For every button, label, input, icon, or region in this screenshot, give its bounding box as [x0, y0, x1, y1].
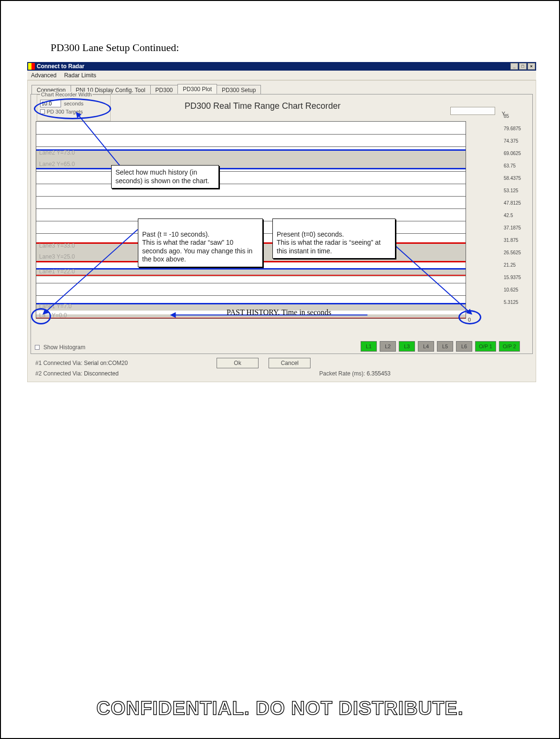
lane-label: Lane1 Y=22.0 [38, 268, 76, 275]
show-histogram[interactable]: Show Histogram [35, 344, 85, 351]
conn1-value: Serial on:COM20 [84, 360, 128, 366]
tab-pd300[interactable]: PD300 [150, 85, 178, 94]
y-tick: 63.75 [504, 163, 516, 168]
conn2-label: #2 Connected Via: [35, 370, 83, 377]
title-bar[interactable]: Connect to Radar _ □ × [27, 62, 536, 71]
y-tick: 85 [504, 114, 509, 119]
conn2-value: Disconnected [84, 370, 119, 377]
callout-present: Present (t=0) seconds. This is what the … [272, 219, 395, 259]
lane2-lower-line [36, 168, 466, 169]
lane-btn-l4[interactable]: L4 [418, 341, 434, 352]
y-tick: 37.1875 [504, 225, 521, 230]
lane-buttons: L1 L2 L3 L4 L5 L6 O/P 1 O/P 2 [361, 341, 520, 352]
app-window: Connect to Radar _ □ × Advanced Radar Li… [27, 62, 536, 378]
y-tick: 21.25 [504, 262, 516, 268]
lane-btn-l3[interactable]: L3 [399, 341, 415, 352]
y-ticks: 85 79.6875 74.375 69.0625 63.75 58.4375 … [504, 114, 529, 308]
y-tick: 26.5625 [504, 250, 521, 255]
packet-rate-label: Packet Rate (ms): [319, 370, 365, 377]
packet-rate-value: 6.355453 [367, 370, 391, 377]
y-tick: 53.125 [504, 188, 519, 193]
status-area: #1 Connected Via: Serial on:COM20 Ok Can… [31, 354, 533, 379]
ok-button[interactable]: Ok [217, 358, 259, 368]
lane1-lower-line [36, 303, 466, 304]
y-tick: 74.375 [504, 138, 519, 144]
chart-title: PD300 Real Time Range Chart Recorder [31, 101, 494, 111]
show-histogram-label: Show Histogram [43, 344, 85, 351]
confidential-watermark: CONFIDENTIAL. DO NOT DISTRIBUTE. [1, 697, 559, 719]
crw-legend: Chart Recorder Width [40, 92, 93, 97]
lane-btn-l2[interactable]: L2 [380, 341, 396, 352]
x-zero-tick: 0 [468, 317, 478, 323]
tab-pane-pd300-plot: Chart Recorder Width seconds PD 300 Targ… [31, 94, 533, 354]
lane2-upper-line [36, 149, 466, 151]
menu-bar: Advanced Radar Limits [27, 71, 536, 80]
past-history-label: PAST HISTORY. Time in seconds [227, 308, 331, 317]
cancel-button[interactable]: Cancel [269, 358, 311, 368]
lane-btn-l5[interactable]: L5 [437, 341, 453, 352]
readout-box [450, 107, 495, 115]
y-tick: 58.4375 [504, 176, 521, 181]
lane-label: Lane3 Y=33.0 [38, 242, 76, 249]
y-tick: 42.5 [504, 213, 513, 218]
lane-label: La... Y=0.0 [38, 312, 68, 319]
lane-zero-line [36, 318, 466, 319]
lane1-upper-line [36, 268, 466, 270]
menu-radar-limits[interactable]: Radar Limits [64, 72, 96, 79]
y-tick: 15.9375 [504, 275, 521, 280]
minimize-button[interactable]: _ [510, 63, 518, 70]
y-tick: 79.6875 [504, 126, 521, 131]
app-icon [28, 63, 35, 70]
conn1-label: #1 Connected Via: [35, 360, 83, 366]
lane-label: Lane1 Y=7.0 [38, 303, 73, 310]
lane-btn-l6[interactable]: L6 [456, 341, 472, 352]
callout-past: Past (t = -10 seconds). This is what the… [138, 219, 263, 267]
maximize-button[interactable]: □ [519, 63, 527, 70]
lane-btn-l1[interactable]: L1 [361, 341, 377, 352]
y-tick: 10.625 [504, 287, 519, 292]
menu-advanced[interactable]: Advanced [31, 72, 56, 79]
lane-label: Lane2 Y=65.0 [38, 161, 76, 167]
show-histogram-checkbox[interactable] [35, 345, 40, 350]
window-title: Connect to Radar [37, 63, 84, 70]
callout-text: Present (t=0) seconds. This is what the … [277, 230, 381, 255]
lane-btn-op1[interactable]: O/P 1 [475, 341, 496, 352]
tab-pd300-setup[interactable]: PD300 Setup [217, 85, 261, 94]
callout-text: Past (t = -10 seconds). This is what the… [142, 230, 252, 263]
tab-pd300-plot[interactable]: PD300 Plot [177, 84, 217, 94]
y-tick: 69.0625 [504, 151, 521, 156]
dialog-panel: Connection PNL10 Display Config. Tool PD… [27, 80, 536, 382]
tab-row: Connection PNL10 Display Config. Tool PD… [31, 83, 533, 94]
lane-label: Lane2 Y=73.0 [38, 149, 76, 156]
doc-heading: PD300 Lane Setup Continued: [51, 42, 179, 54]
y-tick: 5.3125 [504, 300, 519, 305]
lane-label: Lane3 Y=25.0 [38, 253, 76, 260]
lane-btn-op2[interactable]: O/P 2 [499, 341, 520, 352]
callout-history: Select how much history (in seconds) is … [111, 165, 219, 188]
close-button[interactable]: × [528, 63, 535, 70]
y-tick: 31.875 [504, 238, 519, 243]
target-trace [36, 275, 466, 276]
y-tick: 47.8125 [504, 200, 521, 206]
callout-text: Select how much history (in seconds) is … [115, 168, 209, 185]
